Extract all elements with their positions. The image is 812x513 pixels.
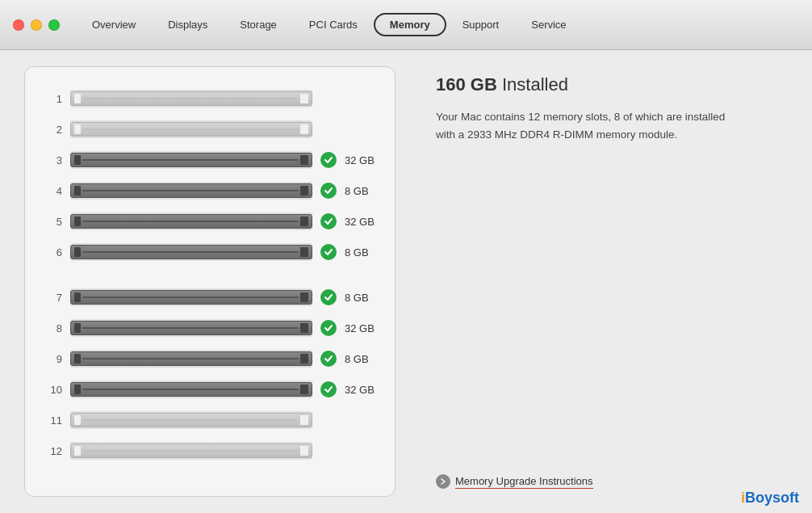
slot-visual-empty: [70, 444, 312, 458]
slot-check-4: [320, 183, 337, 199]
slot-number-10: 10: [44, 384, 62, 396]
slot-row: 1: [44, 83, 379, 114]
slot-bar-10: [70, 381, 312, 398]
maximize-button[interactable]: [48, 19, 60, 31]
slot-row: 4 8 GB: [44, 175, 379, 206]
slot-check-5: [320, 213, 337, 229]
slot-row: 7 8 GB: [44, 282, 379, 313]
tab-storage[interactable]: Storage: [224, 14, 293, 36]
slot-bar-2: [70, 120, 312, 138]
slot-size-10: 32 GB: [345, 384, 379, 396]
slot-visual-filled: [70, 245, 312, 259]
slot-number-3: 3: [44, 154, 62, 166]
slot-visual-filled: [70, 382, 312, 397]
slot-size-7: 8 GB: [345, 292, 379, 304]
tab-service[interactable]: Service: [515, 14, 582, 36]
slot-size-3: 32 GB: [345, 154, 379, 166]
slot-bar-7: [70, 288, 312, 306]
slot-visual-filled: [70, 351, 312, 366]
tab-bar: Overview Displays Storage PCI Cards Memo…: [76, 13, 583, 36]
slot-visual-empty: [70, 122, 312, 137]
slot-number-12: 12: [44, 445, 62, 457]
slot-number-9: 9: [44, 353, 62, 365]
slot-bar-8: [70, 319, 312, 337]
tab-pci-cards[interactable]: PCI Cards: [293, 14, 374, 36]
arrow-right-icon: [436, 474, 450, 489]
slot-number-11: 11: [44, 414, 62, 427]
slot-visual-filled: [70, 183, 312, 198]
slot-size-6: 8 GB: [345, 246, 379, 259]
slot-number-7: 7: [44, 292, 62, 304]
slots-panel: 1 2: [24, 66, 396, 497]
slot-size-5: 32 GB: [345, 216, 379, 228]
slot-number-6: 6: [44, 246, 62, 259]
slot-size-4: 8 GB: [345, 185, 379, 197]
slot-visual-empty: [70, 91, 312, 106]
slot-number-5: 5: [44, 216, 62, 228]
slot-size-9: 8 GB: [345, 353, 379, 365]
upgrade-link-text[interactable]: Memory Upgrade Instructions: [455, 475, 593, 489]
tab-memory[interactable]: Memory: [374, 13, 446, 36]
slot-visual-filled: [70, 321, 312, 335]
slot-row: 12: [44, 435, 379, 466]
info-panel: 160 GB Installed Your Mac contains 12 me…: [420, 66, 788, 497]
slot-check-3: [320, 152, 337, 168]
slot-number-4: 4: [44, 185, 62, 197]
slot-bar-12: [70, 442, 312, 460]
slot-row: 10 32 GB: [44, 374, 379, 405]
memory-installed-title: 160 GB Installed: [436, 74, 780, 95]
slot-visual-empty: [70, 413, 312, 427]
slot-bar-5: [70, 212, 312, 230]
slot-row: 2: [44, 114, 379, 145]
slot-check-10: [320, 381, 337, 397]
slot-check-8: [320, 320, 337, 336]
slot-bar-4: [70, 182, 312, 200]
minimize-button[interactable]: [31, 19, 42, 31]
slot-check-9: [320, 351, 337, 367]
slot-bar-1: [70, 90, 312, 107]
slot-visual-filled: [70, 290, 312, 305]
slot-row: 3 32 GB: [44, 145, 379, 175]
close-button[interactable]: [13, 19, 24, 31]
slot-bar-3: [70, 151, 312, 169]
slot-bar-11: [70, 411, 312, 429]
watermark-boysoft: Boysoft: [745, 490, 799, 506]
slot-check-7: [320, 289, 337, 305]
slot-bar-6: [70, 243, 312, 261]
memory-description: Your Mac contains 12 memory slots, 8 of …: [436, 108, 726, 143]
content-wrapper: 1 2: [0, 50, 812, 513]
installed-label: Installed: [502, 74, 568, 95]
title-bar: Overview Displays Storage PCI Cards Memo…: [0, 0, 812, 50]
slot-row: 5 32 GB: [44, 206, 379, 237]
slot-number-1: 1: [44, 93, 62, 105]
slot-number-2: 2: [44, 124, 62, 136]
slot-visual-filled: [70, 153, 312, 167]
svg-point-0: [438, 477, 448, 486]
tab-displays[interactable]: Displays: [152, 14, 224, 36]
upgrade-link[interactable]: Memory Upgrade Instructions: [436, 474, 780, 489]
slot-visual-filled: [70, 214, 312, 229]
main-content: 1 2: [0, 50, 812, 513]
tab-overview[interactable]: Overview: [76, 14, 152, 36]
iboysoft-watermark: iBoysoft: [741, 490, 799, 507]
slot-number-8: 8: [44, 322, 62, 334]
tab-support[interactable]: Support: [446, 14, 516, 36]
slot-size-8: 32 GB: [345, 322, 379, 334]
traffic-lights: [13, 19, 60, 31]
slot-row: 6 8 GB: [44, 237, 379, 267]
memory-amount: 160 GB: [436, 74, 497, 95]
slot-row: 9 8 GB: [44, 343, 379, 374]
slot-check-6: [320, 244, 337, 260]
slot-row: 8 32 GB: [44, 313, 379, 343]
slot-bar-9: [70, 350, 312, 368]
slot-row: 11: [44, 405, 379, 435]
